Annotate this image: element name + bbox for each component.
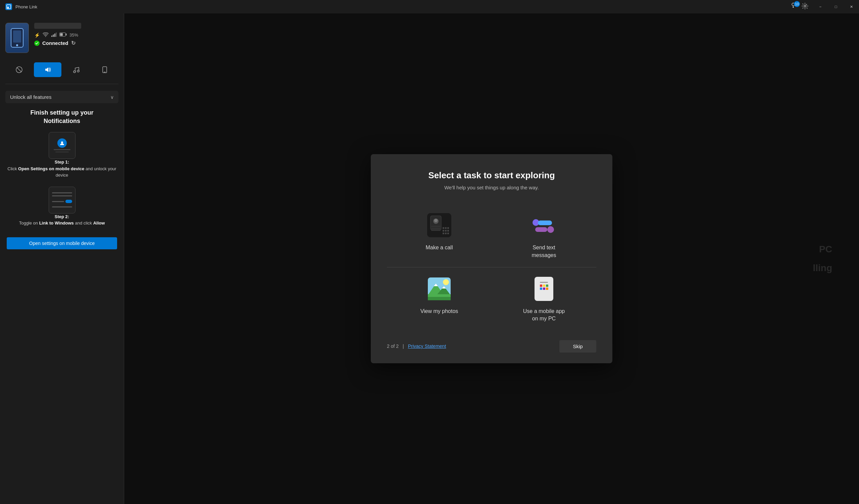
svg-rect-29 xyxy=(431,228,440,229)
step1-icon xyxy=(57,138,67,148)
mobile-app-label: Use a mobile appon my PC xyxy=(523,308,565,323)
titlebar-actions: 10 xyxy=(791,0,809,13)
left-panel: ⚡ xyxy=(0,13,124,504)
setup-title: Finish setting up yourNotifications xyxy=(7,109,117,125)
tab-mute[interactable] xyxy=(5,62,32,77)
svg-rect-0 xyxy=(7,5,11,9)
open-settings-button[interactable]: Open settings on mobile device xyxy=(7,237,117,249)
setup-section: Finish setting up yourNotifications Step… xyxy=(5,109,118,497)
svg-rect-39 xyxy=(447,233,449,234)
svg-rect-35 xyxy=(445,230,447,232)
modal-subtitle: We'll help you set things up along the w… xyxy=(387,185,596,190)
call-label: Make a call xyxy=(426,244,453,251)
modal-footer: 2 of 2 | Privacy Statement Skip xyxy=(387,340,596,352)
phone-info: ⚡ xyxy=(34,23,118,46)
svg-rect-16 xyxy=(60,33,63,36)
photos-label: View my photos xyxy=(420,308,458,315)
page-indicator: 2 of 2 xyxy=(387,344,398,349)
photo-icon-wrap xyxy=(426,275,453,302)
minimize-button[interactable]: − xyxy=(813,0,828,13)
window-controls[interactable]: − □ ✕ xyxy=(813,0,859,13)
phone-status-icons: ⚡ xyxy=(34,32,118,38)
connection-status: Connected ↻ xyxy=(34,40,118,46)
svg-rect-28 xyxy=(431,226,440,227)
toggle-switch xyxy=(65,200,72,203)
modal-overlay: Select a task to start exploring We'll h… xyxy=(124,13,859,504)
skip-button[interactable]: Skip xyxy=(559,340,596,352)
task-view-photos[interactable]: View my photos xyxy=(387,267,492,331)
app-icon xyxy=(5,3,12,10)
step1-text: Step 1: Click Open Settings on mobile de… xyxy=(7,159,117,178)
close-button[interactable]: ✕ xyxy=(844,0,859,13)
settings-icon[interactable] xyxy=(801,2,809,11)
connected-label: Connected xyxy=(42,40,69,46)
battery-icon xyxy=(59,32,67,37)
toggle-line xyxy=(52,201,64,202)
modal-title: Select a task to start exploring xyxy=(387,170,596,180)
footer-separator: | xyxy=(403,344,404,349)
setup-step-2: Step 2: Toggle on Link to Windows and cl… xyxy=(7,187,117,226)
nav-tabs xyxy=(5,62,118,77)
step2-illustration xyxy=(49,187,75,214)
phone-icon xyxy=(5,23,29,53)
svg-rect-1 xyxy=(7,7,9,9)
step2-label: Step 2: xyxy=(55,214,69,219)
task-selection-modal: Select a task to start exploring We'll h… xyxy=(371,154,612,363)
setup-step-1: Step 1: Click Open Settings on mobile de… xyxy=(7,132,117,178)
battery-label: 35% xyxy=(70,32,78,37)
svg-point-4 xyxy=(793,6,794,8)
svg-rect-33 xyxy=(447,227,449,229)
svg-point-50 xyxy=(443,279,449,285)
text-label: Send textmessages xyxy=(532,244,556,259)
app-container: ⚡ xyxy=(0,13,859,504)
tab-screen[interactable] xyxy=(91,62,118,77)
task-mobile-app[interactable]: Use a mobile appon my PC xyxy=(492,267,596,331)
message-icon-wrap xyxy=(530,212,557,239)
footer-info: 2 of 2 | Privacy Statement xyxy=(387,344,446,349)
chevron-down-icon: ∨ xyxy=(110,95,114,100)
mobile-app-icon-wrap xyxy=(530,275,557,302)
task-grid: Make a call Sen xyxy=(387,204,596,331)
phone-card: ⚡ xyxy=(5,20,118,56)
step2-text: Step 2: Toggle on Link to Windows and cl… xyxy=(19,214,105,226)
refresh-icon[interactable]: ↻ xyxy=(71,40,75,46)
svg-rect-7 xyxy=(13,31,21,43)
toggle-illustration xyxy=(52,192,72,207)
tab-volume[interactable] xyxy=(34,62,61,77)
svg-rect-31 xyxy=(442,227,444,229)
svg-rect-15 xyxy=(66,33,67,35)
svg-point-5 xyxy=(804,5,806,7)
connected-dot xyxy=(34,41,40,46)
task-send-text[interactable]: Send textmessages xyxy=(492,204,596,267)
titlebar: Phone Link 10 − □ ✕ xyxy=(0,0,859,13)
tab-music[interactable] xyxy=(63,62,90,77)
svg-point-43 xyxy=(547,226,554,233)
wifi-icon xyxy=(43,32,49,38)
svg-point-8 xyxy=(16,44,18,46)
svg-rect-12 xyxy=(54,33,55,37)
svg-rect-32 xyxy=(445,227,447,229)
task-make-call[interactable]: Make a call xyxy=(387,204,492,267)
svg-point-23 xyxy=(61,141,63,143)
maximize-button[interactable]: □ xyxy=(828,0,844,13)
svg-rect-38 xyxy=(445,233,447,234)
notification-button[interactable]: 10 xyxy=(791,2,799,11)
unlock-label: Unlock all features xyxy=(10,94,51,100)
svg-rect-30 xyxy=(431,230,440,231)
step1-illustration xyxy=(49,132,75,159)
right-area: PC lling Select a task to start explorin… xyxy=(124,13,859,504)
divider xyxy=(5,84,118,84)
step1-label: Step 1: xyxy=(55,159,69,164)
svg-rect-11 xyxy=(53,34,54,37)
privacy-link[interactable]: Privacy Statement xyxy=(408,344,446,349)
svg-rect-41 xyxy=(538,221,552,225)
call-icon-wrap xyxy=(426,212,453,239)
app-title: Phone Link xyxy=(15,4,37,10)
svg-rect-52 xyxy=(428,297,451,300)
phone-name xyxy=(34,23,81,29)
unlock-features-banner[interactable]: Unlock all features ∨ xyxy=(5,91,118,103)
svg-rect-13 xyxy=(56,32,57,37)
svg-rect-10 xyxy=(51,35,52,37)
call-icon xyxy=(427,213,451,237)
bluetooth-icon: ⚡ xyxy=(34,32,40,38)
